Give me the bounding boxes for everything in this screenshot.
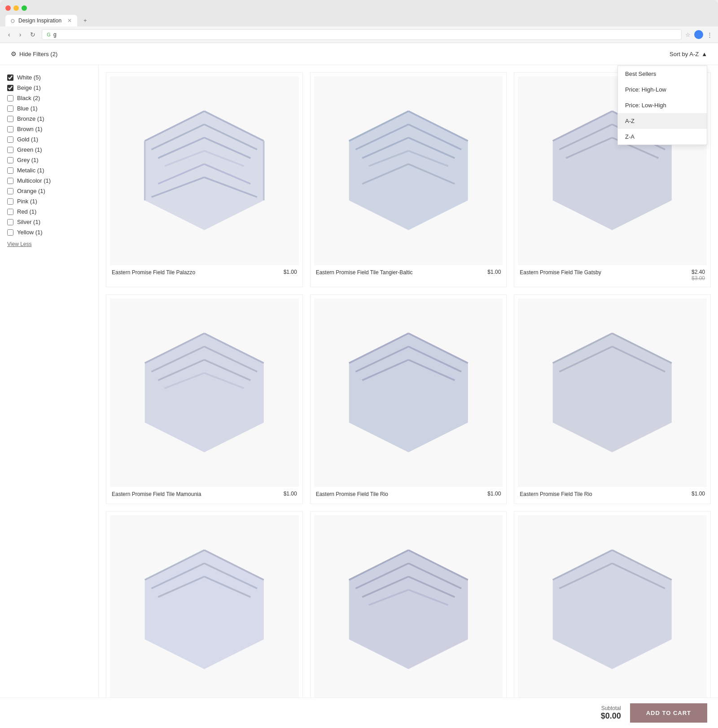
profile-icon[interactable]: [694, 30, 703, 39]
filter-silver[interactable]: Silver (1): [7, 217, 91, 227]
forward-button[interactable]: ›: [17, 30, 24, 39]
new-tab-button[interactable]: +: [79, 14, 92, 26]
sort-option-a-z[interactable]: A-Z: [618, 113, 707, 129]
bookmark-icon[interactable]: ☆: [685, 31, 691, 38]
product-info-4: Eastern Promise Field Tile Mamounia $1.0…: [110, 487, 299, 500]
filter-multicolor-label: Multicolor (1): [17, 177, 51, 184]
filter-metalic-label: Metalic (1): [17, 167, 44, 174]
filter-beige-checkbox[interactable]: [7, 85, 13, 91]
close-dot[interactable]: [5, 5, 11, 11]
product-grid-area: Eastern Promise Field Tile Palazzo $1.00: [99, 65, 718, 728]
filter-gold[interactable]: Gold (1): [7, 134, 91, 145]
filter-blue-checkbox[interactable]: [7, 105, 13, 112]
tab-title: Design Inspiration: [18, 18, 61, 24]
tab-close-button[interactable]: ✕: [67, 18, 72, 24]
svg-marker-0: [145, 111, 264, 230]
product-price-3: $2.40: [692, 269, 705, 275]
filter-gold-checkbox[interactable]: [7, 136, 13, 143]
product-card-6[interactable]: Eastern Promise Field Tile Rio $1.00: [514, 294, 711, 504]
filter-black[interactable]: Black (2): [7, 93, 91, 103]
refresh-button[interactable]: ↻: [27, 30, 38, 39]
sort-option-price-high-low[interactable]: Price: High-Low: [618, 82, 707, 97]
filter-yellow-checkbox[interactable]: [7, 229, 13, 236]
maximize-dot[interactable]: [22, 5, 27, 11]
sort-by-button[interactable]: Sort by A-Z ▲: [670, 51, 707, 57]
product-price-2: $1.00: [487, 269, 501, 275]
svg-marker-61: [349, 550, 468, 669]
product-card-8[interactable]: Eastern Promise Field Tile Rio $1.00: [310, 511, 507, 721]
extensions-icon[interactable]: ⋮: [707, 31, 713, 38]
filter-bronze-label: Bronze (1): [17, 115, 44, 122]
minimize-dot[interactable]: [13, 5, 19, 11]
filter-metalic[interactable]: Metalic (1): [7, 165, 91, 175]
product-info-6: Eastern Promise Field Tile Rio $1.00: [518, 487, 707, 500]
sort-by-label: Sort by A-Z: [670, 51, 699, 57]
filter-grey-checkbox[interactable]: [7, 157, 13, 163]
filter-red[interactable]: Red (1): [7, 206, 91, 217]
product-price-5: $1.00: [487, 491, 501, 497]
filter-metalic-checkbox[interactable]: [7, 167, 13, 174]
product-info-3: Eastern Promise Field Tile Gatsby $2.40 …: [518, 265, 707, 283]
filter-pink[interactable]: Pink (1): [7, 196, 91, 206]
back-button[interactable]: ‹: [5, 30, 13, 39]
product-price-4: $1.00: [284, 491, 297, 497]
filter-yellow[interactable]: Yellow (1): [7, 227, 91, 237]
filter-white[interactable]: White (5): [7, 72, 91, 83]
filter-green-checkbox[interactable]: [7, 147, 13, 153]
filter-beige[interactable]: Beige (1): [7, 83, 91, 93]
hide-filters-button[interactable]: ⚙ Hide Filters (2): [11, 50, 57, 57]
add-to-cart-button[interactable]: ADD TO CART: [630, 703, 707, 723]
sort-option-best-sellers[interactable]: Best Sellers: [618, 66, 707, 82]
view-less-button[interactable]: View Less: [7, 241, 91, 247]
sort-option-price-low-high[interactable]: Price: Low-High: [618, 97, 707, 113]
product-image-9: [518, 515, 707, 704]
filter-orange[interactable]: Orange (1): [7, 186, 91, 196]
url-bar[interactable]: G g: [42, 29, 682, 40]
filter-red-label: Red (1): [17, 208, 36, 215]
hide-filters-label: Hide Filters (2): [19, 51, 57, 57]
filter-bronze-checkbox[interactable]: [7, 116, 13, 122]
product-card-1[interactable]: Eastern Promise Field Tile Palazzo $1.00: [106, 72, 303, 287]
product-name-2: Eastern Promise Field Tile Tangier-Balti…: [316, 269, 488, 276]
product-card-7[interactable]: Eastern Promise Field Tile Mamounia $1.0…: [106, 511, 303, 721]
filter-bronze[interactable]: Bronze (1): [7, 114, 91, 124]
tab-favicon: ⬡: [11, 18, 15, 23]
filter-red-checkbox[interactable]: [7, 209, 13, 215]
product-name-3: Eastern Promise Field Tile Gatsby: [520, 269, 692, 276]
filter-black-label: Black (2): [17, 95, 40, 101]
subtotal-section: Subtotal $0.00: [601, 705, 621, 721]
filter-green-label: Green (1): [17, 146, 42, 153]
window-controls: [5, 5, 27, 11]
browser-chrome: ⬡ Design Inspiration ✕ + ‹ › ↻ G g ☆ ⋮: [0, 0, 718, 43]
subtotal-amount: $0.00: [601, 711, 621, 721]
browser-toolbar: ‹ › ↻ G g ☆ ⋮: [0, 26, 718, 43]
active-tab[interactable]: ⬡ Design Inspiration ✕: [5, 15, 77, 26]
filter-multicolor[interactable]: Multicolor (1): [7, 175, 91, 186]
filter-pink-label: Pink (1): [17, 198, 37, 205]
filter-black-checkbox[interactable]: [7, 95, 13, 101]
product-card-4[interactable]: Eastern Promise Field Tile Mamounia $1.0…: [106, 294, 303, 504]
subtotal-label: Subtotal: [601, 705, 621, 711]
product-card-2[interactable]: Eastern Promise Field Tile Tangier-Balti…: [310, 72, 507, 287]
filter-silver-checkbox[interactable]: [7, 219, 13, 225]
svg-marker-70: [553, 550, 672, 669]
filter-white-checkbox[interactable]: [7, 75, 13, 81]
product-image-5: [314, 298, 503, 487]
filter-blue[interactable]: Blue (1): [7, 103, 91, 114]
filter-brown[interactable]: Brown (1): [7, 124, 91, 134]
product-info-1: Eastern Promise Field Tile Palazzo $1.00: [110, 265, 299, 278]
product-card-5[interactable]: Eastern Promise Field Tile Rio $1.00: [310, 294, 507, 504]
svg-marker-33: [145, 333, 264, 452]
sort-chevron-icon: ▲: [701, 51, 707, 57]
filter-brown-checkbox[interactable]: [7, 126, 13, 132]
product-card-9[interactable]: Eastern Promise Field Tile Rio $1.00: [514, 511, 711, 721]
product-image-8: [314, 515, 503, 704]
filter-green[interactable]: Green (1): [7, 145, 91, 155]
filter-multicolor-checkbox[interactable]: [7, 178, 13, 184]
filter-grey[interactable]: Grey (1): [7, 155, 91, 165]
filter-orange-checkbox[interactable]: [7, 188, 13, 194]
product-name-5: Eastern Promise Field Tile Rio: [316, 491, 488, 498]
filter-beige-label: Beige (1): [17, 84, 41, 91]
filter-pink-checkbox[interactable]: [7, 198, 13, 205]
sort-option-z-a[interactable]: Z-A: [618, 129, 707, 145]
